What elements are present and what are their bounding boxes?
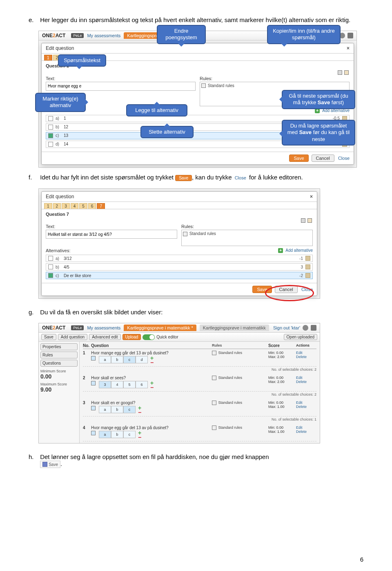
- copy-icon[interactable]: [338, 70, 342, 75]
- trash-icon[interactable]: [305, 256, 310, 261]
- wrench-icon[interactable]: [347, 33, 353, 38]
- question-text-input-f[interactable]: [46, 230, 177, 239]
- alt-checkbox[interactable]: [48, 125, 53, 130]
- alt-text[interactable]: De er like store: [64, 273, 288, 278]
- qtab-4[interactable]: 4: [71, 203, 79, 209]
- paste-icon[interactable]: [307, 218, 312, 223]
- edit-link[interactable]: Edit: [296, 351, 316, 355]
- ov-alt-cell[interactable]: a: [99, 356, 111, 363]
- logo-pele: PeLe: [71, 325, 84, 330]
- ov-alt-cell[interactable]: c: [123, 406, 136, 413]
- delete-link[interactable]: Delete: [296, 355, 316, 359]
- trash-icon[interactable]: [305, 273, 310, 278]
- cancel-button[interactable]: Cancel: [275, 286, 298, 293]
- minus-icon[interactable]: −: [150, 361, 155, 365]
- item-g-label: g.: [29, 309, 38, 316]
- alt-checkbox[interactable]: [48, 133, 53, 138]
- wrench-icon[interactable]: [311, 325, 316, 331]
- ov-alt-cell[interactable]: 3: [99, 381, 111, 388]
- rules-checkbox-icon[interactable]: [212, 351, 216, 355]
- qtab-1[interactable]: 1: [44, 55, 52, 60]
- qtab-1[interactable]: 1: [44, 203, 52, 209]
- tool-open-uploaded[interactable]: Open uploaded: [284, 334, 317, 340]
- alt-text[interactable]: 3/12: [64, 256, 288, 261]
- nav-tab-grey[interactable]: Kartleggingsprøve i matematikk: [200, 325, 269, 331]
- signout-link[interactable]: Sign out 'ktar': [273, 325, 316, 331]
- ov-alt-cell[interactable]: d: [136, 356, 148, 363]
- ov-q-text: Hvor skall er sees?: [91, 376, 209, 380]
- tool-save[interactable]: Save: [41, 334, 56, 340]
- ov-q-check-icon[interactable]: [91, 406, 96, 410]
- rules-box-f[interactable]: Standard rules: [181, 230, 313, 246]
- edit-link[interactable]: Edit: [296, 376, 316, 380]
- ov-alt-cell[interactable]: b: [111, 431, 123, 438]
- alt-checkbox[interactable]: [48, 256, 53, 261]
- tool-advanced[interactable]: Advanced edit: [89, 334, 120, 340]
- alt-checkbox[interactable]: [48, 142, 53, 147]
- ov-alt-cell[interactable]: 6: [136, 381, 148, 388]
- save-button[interactable]: Save: [252, 286, 272, 293]
- ov-alt-cell[interactable]: c: [123, 431, 136, 438]
- tool-upload[interactable]: Upload: [122, 334, 141, 340]
- add-alternative-link-f[interactable]: + Add alternative: [278, 248, 313, 253]
- ov-q-check-icon[interactable]: [91, 431, 96, 435]
- save-button[interactable]: Save: [289, 155, 308, 162]
- ov-q-text: Hvor mange egg går det 13 av på dusinet?: [91, 351, 209, 355]
- ov-q-min: Min: 0.00: [268, 376, 293, 380]
- question-text-input[interactable]: [46, 82, 196, 91]
- callout-endre-poengsystem-text: Endre poengsystem: [165, 28, 197, 40]
- minus-icon[interactable]: −: [138, 435, 143, 439]
- rules-checkbox-icon[interactable]: [212, 401, 216, 405]
- ov-alt-cell[interactable]: b: [111, 406, 123, 413]
- nav-my-assessments[interactable]: My assessments: [87, 325, 120, 330]
- delete-link[interactable]: Delete: [296, 380, 316, 384]
- ov-alt-cell[interactable]: 5: [123, 381, 136, 388]
- nav-tab-active[interactable]: Kartleggingsprøve i matematikk *: [124, 325, 196, 331]
- paste-icon[interactable]: [344, 70, 349, 75]
- ov-alt-cell[interactable]: b: [111, 356, 123, 363]
- edit-link[interactable]: Edit: [296, 401, 316, 405]
- minus-icon[interactable]: −: [150, 385, 155, 390]
- ov-alt-cell[interactable]: a: [99, 431, 111, 438]
- ov-q-check-icon[interactable]: [91, 381, 96, 385]
- qtab-3[interactable]: 3: [62, 203, 70, 209]
- rules-checkbox-icon[interactable]: [212, 376, 216, 380]
- rules-checkbox-icon[interactable]: [201, 83, 206, 88]
- qtab-5[interactable]: 5: [79, 203, 87, 209]
- alt-checkbox[interactable]: [48, 264, 53, 269]
- delete-link[interactable]: Delete: [296, 405, 316, 409]
- cancel-button[interactable]: Cancel: [312, 155, 334, 162]
- alt-checkbox[interactable]: [48, 273, 53, 278]
- close-link[interactable]: Close: [301, 287, 313, 292]
- qtab-7[interactable]: 7: [97, 203, 105, 209]
- overview-editor: ONE2ACT PeLe My assessments Kartleggings…: [38, 323, 320, 443]
- side-rules[interactable]: Rules: [40, 352, 78, 358]
- tool-add-question[interactable]: Add question: [58, 334, 87, 340]
- close-icon[interactable]: ×: [347, 45, 350, 51]
- rules-checkbox-icon[interactable]: [212, 425, 216, 430]
- qtab-2[interactable]: 2: [53, 203, 61, 209]
- rules-checkbox-icon[interactable]: [183, 232, 187, 236]
- alt-text[interactable]: 4/5: [64, 265, 288, 269]
- edit-link[interactable]: Edit: [296, 425, 316, 430]
- ov-alt-cell[interactable]: a: [99, 406, 111, 413]
- ov-q-alts-wrap: abcd+−: [91, 356, 209, 365]
- delete-link[interactable]: Delete: [296, 430, 316, 434]
- gear-icon[interactable]: [303, 325, 308, 331]
- close-link[interactable]: Close: [338, 156, 350, 161]
- close-icon[interactable]: ×: [310, 194, 313, 199]
- nav-my-assessments[interactable]: My assessments: [87, 33, 120, 38]
- qtab-6[interactable]: 6: [88, 203, 96, 209]
- side-properties[interactable]: Properties: [40, 343, 78, 350]
- minus-icon[interactable]: −: [138, 410, 143, 414]
- ov-q-rules-col: Standard rules: [212, 351, 265, 365]
- alt-checkbox[interactable]: [48, 116, 53, 121]
- toggle-switch[interactable]: [143, 334, 155, 340]
- ov-alt-cell[interactable]: c: [123, 356, 136, 363]
- ov-q-alts: 3456: [99, 381, 148, 390]
- side-questions[interactable]: Questions: [40, 360, 78, 367]
- copy-icon[interactable]: [301, 218, 305, 223]
- ov-alt-cell[interactable]: 4: [111, 381, 123, 388]
- trash-icon[interactable]: [305, 264, 310, 269]
- ov-q-check-icon[interactable]: [91, 356, 96, 361]
